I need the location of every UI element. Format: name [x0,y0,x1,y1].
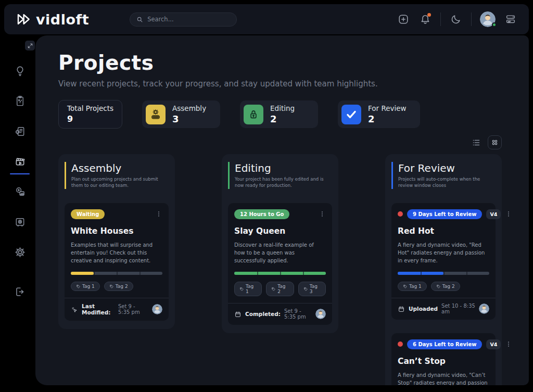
tag-pill[interactable]: Tag 3 [298,282,326,296]
tag-label: Tag 2 [277,284,288,294]
assignee-avatar[interactable] [152,304,162,314]
plus-square-icon [398,14,409,25]
notifications-button[interactable] [418,12,432,26]
assignee-avatar[interactable] [479,304,489,314]
tag-pill[interactable]: Tag 2 [266,282,294,296]
status-badge: 6 Days Left to Review [407,339,482,349]
tag-icon [436,284,440,288]
stat-text: For Review 2 [368,104,407,124]
card-description: A fiery and dynamic video, "Can’t Stop" … [398,371,489,385]
card-title: White Houses [71,226,162,236]
collapse-sidebar-button[interactable] [25,41,35,50]
card-title: Can’t Stop [398,357,489,366]
sidebar-item-vault[interactable] [11,214,29,230]
progress-tick [421,272,422,275]
column-assembly: Assembly Plan out upcoming projects and … [58,154,175,329]
tag-label: Tag 1 [82,284,95,289]
status-badge: 9 Days Left to Review [407,209,482,219]
card-title: Red Hot [398,226,489,236]
search-input[interactable] [147,16,230,23]
recording-dot [398,342,403,347]
stat-label: Assembly [172,104,206,112]
sidebar-item-ideas[interactable] [11,63,29,79]
assembly-icon [146,105,166,124]
column-editing: Editing Your project has been fully edit… [222,154,338,333]
tag-pill[interactable]: Tag 2 [104,282,133,291]
stat-value: 9 [67,114,113,124]
main-panel: Projects View recent projects, track you… [35,35,529,385]
card-badge-row: 12 Hours to Go [234,209,326,219]
project-card-cant-stop[interactable]: 6 Days Left to Review V4 Can’t Stop A fi… [391,333,496,385]
notification-dot [427,13,431,17]
tag-pill[interactable]: Tag 1 [398,282,427,291]
grid-view-icon [491,138,499,146]
tag-pill[interactable]: Tag 1 [234,282,262,296]
theme-toggle[interactable] [449,12,463,26]
avatar-image [315,309,326,319]
tag-pill[interactable]: Tag 1 [71,282,100,291]
list-view-button[interactable] [472,138,481,147]
lock-icon [244,105,263,124]
tag-label: Tag 2 [116,284,128,289]
clapperboard-icon [14,156,26,168]
card-description: Examples that will surprise and entertai… [71,241,162,264]
logo[interactable]: vidloft [16,11,89,28]
lightbulb-icon [14,65,26,77]
progress-tick [257,272,258,275]
assignee-avatar[interactable] [315,309,326,319]
sidebar-item-logout[interactable] [11,284,29,299]
page-title: Projects [58,51,502,74]
search-icon [136,16,143,23]
sidebar-item-projects[interactable] [11,154,29,169]
project-card-slay-queen[interactable]: 12 Hours to Go Slay Queen Discover a rea… [228,203,332,325]
sidebar-item-production-docs[interactable] [11,123,29,139]
project-card-red-hot[interactable]: 9 Days Left to Review V4 Red Hot A fiery… [391,203,496,320]
tag-pill[interactable]: Tag 2 [431,282,460,291]
column-for-review: For Review Projects will auto-complete w… [385,154,502,385]
gear-icon [14,246,26,258]
progress-tick [466,272,467,275]
progress-tick [117,272,118,275]
progress-tick [443,272,445,275]
version-badge: V4 [486,209,501,219]
search-bar[interactable] [130,12,237,27]
stat-value: 2 [368,113,407,124]
card-description: A fiery and dynamic video, "Red Hot" rad… [398,241,489,264]
sidebar-item-settings[interactable] [11,244,29,260]
user-avatar[interactable] [480,11,496,27]
card-menu-button[interactable] [505,209,512,219]
grid-view-button[interactable] [488,135,502,149]
card-menu-button[interactable] [155,209,162,219]
sidebar-item-strategy[interactable] [11,93,29,109]
card-menu-button[interactable] [319,209,326,219]
stat-label: Editing [270,104,295,112]
project-card-white-houses[interactable]: Waiting White Houses Examples that will … [65,203,169,321]
sidebar-item-media-library[interactable] [11,184,29,199]
progress-tick [94,272,95,275]
tag-icon [76,284,80,288]
card-description: Discover a real-life example of how to b… [234,241,326,264]
card-menu-button[interactable] [505,339,512,349]
stat-value: 2 [270,113,295,124]
status-badge: Waiting [71,209,105,219]
workspace-menu-button[interactable] [504,12,517,26]
column-description: Projects will auto-complete when the rev… [398,176,489,189]
progress-tick [303,272,304,275]
create-button[interactable] [397,12,410,26]
card-footer: Completed: Set 9 - 5:35 pm [228,303,332,325]
logo-text: vidloft [36,11,89,28]
card-title: Slay Queen [234,226,326,236]
topbar-divider [471,12,472,26]
tag-icon [239,287,244,291]
tag-icon [403,284,407,288]
sidebar [4,35,35,385]
kanban-columns: Assembly Plan out upcoming projects and … [58,154,502,385]
kebab-icon [319,210,326,218]
page-subtitle: View recent projects, track your progres… [58,79,502,88]
footer-label: Completed: [245,311,281,317]
tag-list: Tag 1 Tag 2 [398,282,489,291]
stat-label: For Review [368,104,407,112]
column-header: Editing Your project has been fully edit… [228,162,332,189]
stats-row: Total Projects 9 Assembly 3 [58,100,502,129]
stat-assembly: Assembly 3 [142,100,220,128]
